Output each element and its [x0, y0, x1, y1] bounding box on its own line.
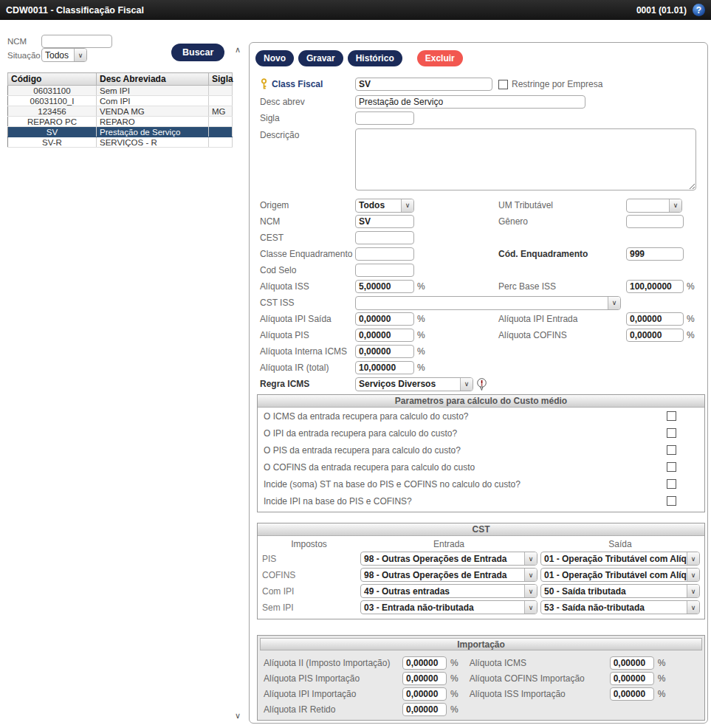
cofins-saida-select[interactable]: 01 - Operação Tributável com Alíquota ∨: [540, 568, 700, 582]
help-icon[interactable]: ?: [693, 4, 705, 16]
percent-unit: %: [658, 673, 666, 684]
origem-select[interactable]: Todos ∨: [355, 199, 414, 213]
situacao-label: Situação: [7, 51, 41, 60]
sem-ipi-entrada-select[interactable]: 03 - Entrada não-tributada ∨: [360, 600, 537, 614]
aliquota-ir-total-label: Alíquota IR (total): [255, 363, 355, 373]
aliquota-iss-imp-label: Alíquota ISS Importação: [470, 689, 610, 699]
novo-button[interactable]: Novo: [255, 50, 294, 66]
scroll-down-icon[interactable]: ∨: [232, 711, 244, 721]
cofins-entrada-select[interactable]: 98 - Outras Operações de Entrada ∨: [360, 568, 537, 582]
importacao-section-title: Importação: [260, 638, 702, 650]
aliquota-ipi-entrada-input[interactable]: [626, 312, 684, 326]
warning-balloon-icon[interactable]: [476, 378, 487, 391]
aliquota-ii-input[interactable]: [402, 656, 447, 670]
regra-icms-label: Regra ICMS: [255, 379, 355, 389]
table-row[interactable]: SV-R SERVIÇOS - R: [8, 137, 233, 148]
aliquota-ir-total-input[interactable]: [355, 361, 414, 374]
aliquota-icms-imp-input[interactable]: [610, 656, 654, 670]
historico-button[interactable]: Histórico: [348, 50, 402, 66]
situacao-select-value: Todos: [42, 50, 74, 61]
perc-base-iss-input[interactable]: [626, 280, 684, 293]
descricao-textarea[interactable]: [355, 128, 696, 190]
cod-enquadramento-label: Cód. Enquadramento: [498, 249, 626, 259]
icms-recupera-checkbox[interactable]: [667, 411, 676, 421]
aliquota-icms-imp-label: Alíquota ICMS: [470, 658, 610, 668]
com-ipi-entrada-select[interactable]: 49 - Outras entradas ∨: [360, 584, 537, 598]
scroll-up-icon[interactable]: ∧: [232, 45, 244, 55]
table-row[interactable]: 123456 VENDA MG MG: [8, 106, 233, 117]
col-header-desc: Desc Abreviada: [97, 73, 209, 86]
percent-unit: %: [450, 704, 458, 715]
aliquota-interna-icms-label: Alíquota Interna ICMS: [255, 346, 355, 357]
percent-unit: %: [687, 281, 695, 292]
cod-selo-input[interactable]: [355, 264, 414, 277]
table-header-row: Código Desc Abreviada Sigla: [8, 73, 233, 86]
ncm-search-input[interactable]: [41, 35, 112, 48]
perc-base-iss-label: Perc Base ISS: [498, 281, 626, 292]
restringe-checkbox[interactable]: [498, 80, 508, 89]
pis-entrada-select[interactable]: 98 - Outras Operações de Entrada ∨: [360, 552, 537, 566]
chevron-down-icon: ∨: [687, 601, 699, 614]
chevron-down-icon: ∨: [524, 585, 537, 597]
importacao-row: Alíquota II (Imposto Importação) % Alíqu…: [258, 655, 704, 670]
cst-row-sem-ipi: Sem IPI 03 - Entrada não-tributada ∨ 53 …: [258, 600, 704, 615]
ipi-recupera-checkbox[interactable]: [667, 428, 676, 438]
aliquota-ipi-saida-input[interactable]: [355, 312, 414, 326]
pis-saida-select[interactable]: 01 - Operação Tributável com Alíquota ∨: [540, 552, 700, 566]
class-fiscal-input[interactable]: [355, 78, 492, 91]
gravar-button[interactable]: Gravar: [298, 50, 343, 66]
genero-input[interactable]: [626, 215, 684, 228]
cod-enquadramento-input[interactable]: [626, 247, 684, 261]
aliquota-cofins-imp-label: Alíquota COFINS Importação: [470, 673, 610, 684]
cst-section: CST Impostos Entrada Saída PIS 98 - Outr…: [257, 523, 705, 619]
aliquota-pis-input[interactable]: [355, 329, 414, 342]
classe-enquadramento-label: Classe Enquadramento: [255, 249, 355, 259]
pis-recupera-checkbox[interactable]: [667, 445, 676, 455]
sigla-input[interactable]: [355, 111, 414, 125]
aliquota-cofins-input[interactable]: [626, 329, 684, 342]
param-row: O ICMS da entrada recupera para calculo …: [258, 408, 704, 425]
param-row: O COFINS da entrada recupera para calcul…: [258, 459, 704, 475]
chevron-down-icon: ∨: [608, 297, 620, 309]
search-panel: NCM Situação Todos ∨ Buscar Código Desc …: [7, 35, 232, 148]
desc-abrev-input[interactable]: [355, 95, 585, 109]
cofins-recupera-checkbox[interactable]: [667, 462, 676, 472]
aliquota-iss-label: Alíquota ISS: [255, 281, 355, 292]
aliquota-interna-icms-input[interactable]: [355, 345, 414, 358]
percent-unit: %: [417, 281, 425, 292]
percent-unit: %: [450, 689, 458, 699]
parametros-section-title: Parametros para cálculo do Custo médio: [258, 395, 704, 408]
table-row[interactable]: REPARO PC REPARO: [8, 117, 233, 127]
sem-ipi-saida-select[interactable]: 53 - Saída não-tributada ∨: [540, 600, 700, 614]
aliquota-ipi-imp-input[interactable]: [402, 687, 447, 701]
chevron-down-icon: ∨: [687, 552, 699, 565]
aliquota-cofins-imp-input[interactable]: [610, 672, 654, 685]
aliquota-iss-imp-input[interactable]: [610, 687, 654, 701]
um-tributavel-select[interactable]: ∨: [626, 199, 682, 213]
excluir-button[interactable]: Excluir: [417, 50, 463, 66]
table-row[interactable]: 06031100 Sem IPI: [8, 86, 233, 96]
desc-abrev-label: Desc abrev: [255, 97, 355, 107]
regra-icms-select[interactable]: Serviços Diversos ∨: [355, 377, 473, 391]
situacao-select[interactable]: Todos ∨: [41, 48, 87, 62]
aliquota-iss-input[interactable]: [355, 280, 414, 293]
aliquota-pis-label: Alíquota PIS: [255, 330, 355, 340]
table-row[interactable]: 06031100_I Com IPI: [8, 96, 233, 106]
com-ipi-saida-select[interactable]: 50 - Saída tributada ∨: [540, 584, 700, 598]
ncm-input[interactable]: [355, 215, 414, 228]
importacao-row: Alíquota IPI Importação % Alíquota ISS I…: [258, 686, 704, 701]
aliquota-ir-retido-input[interactable]: [402, 703, 447, 716]
aliquota-ii-label: Alíquota II (Imposto Importação): [264, 658, 402, 668]
table-row-selected[interactable]: SV Prestação de Serviço: [8, 127, 233, 137]
descricao-label: Descrição: [255, 128, 355, 140]
percent-unit: %: [417, 363, 425, 373]
aliquota-pis-imp-input[interactable]: [402, 672, 447, 685]
incide-st-checkbox[interactable]: [667, 479, 676, 489]
cest-input[interactable]: [355, 231, 414, 244]
cst-iss-select[interactable]: ∨: [355, 296, 621, 310]
version-label: 0001 (01.01): [636, 5, 687, 16]
buscar-button[interactable]: Buscar: [171, 44, 224, 61]
chevron-down-icon: ∨: [687, 569, 699, 581]
incide-ipi-checkbox[interactable]: [667, 496, 676, 506]
classe-enquadramento-input[interactable]: [355, 247, 414, 261]
